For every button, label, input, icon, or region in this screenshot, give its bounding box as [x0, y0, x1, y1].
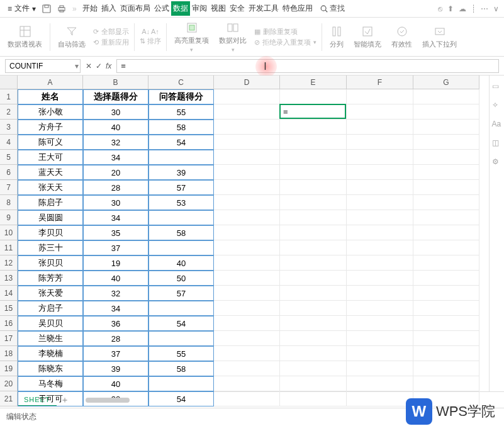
cell-F8[interactable]	[347, 195, 413, 210]
cell-A16[interactable]: 吴贝贝	[18, 316, 83, 331]
row-header-1[interactable]: 1	[0, 89, 18, 104]
row-header-16[interactable]: 16	[0, 316, 18, 331]
cell-E9[interactable]	[280, 210, 347, 225]
cell-C18[interactable]: 55	[148, 346, 214, 361]
tab-数据[interactable]: 数据	[171, 1, 190, 16]
row-header-6[interactable]: 6	[0, 165, 18, 180]
cell-D4[interactable]	[214, 135, 280, 150]
cell-E8[interactable]	[280, 195, 347, 210]
cell-E13[interactable]	[280, 271, 347, 286]
sort-button[interactable]: ⇅ 排序	[140, 36, 161, 46]
cell-A4[interactable]: 陈可义	[18, 135, 83, 150]
row-header-7[interactable]: 7	[0, 180, 18, 195]
cell-A3[interactable]: 方舟子	[18, 120, 83, 135]
cell-E4[interactable]	[280, 135, 347, 150]
tab-页面布局[interactable]: 页面布局	[118, 1, 152, 16]
col-header-F[interactable]: F	[347, 76, 413, 89]
file-menu[interactable]: ≡ 文件 ▾	[5, 2, 38, 15]
cell-F20[interactable]	[347, 376, 413, 391]
cell-C12[interactable]: 40	[148, 255, 214, 271]
tab-审阅[interactable]: 审阅	[190, 1, 209, 16]
cell-C5[interactable]	[148, 150, 214, 165]
cell-C2[interactable]: 55	[148, 104, 214, 120]
cell-B12[interactable]: 19	[83, 255, 148, 271]
cell-B20[interactable]: 40	[83, 376, 148, 391]
col-header-B[interactable]: B	[83, 76, 148, 89]
cell-F17[interactable]	[347, 331, 413, 346]
cell-G17[interactable]	[413, 331, 479, 346]
cell-E20[interactable]	[280, 376, 347, 391]
cell-B17[interactable]: 28	[83, 331, 148, 346]
cell-D20[interactable]	[214, 376, 280, 391]
cell-D5[interactable]	[214, 150, 280, 165]
cell-F12[interactable]	[347, 255, 413, 271]
col-header-A[interactable]: A	[18, 76, 83, 89]
cell-B9[interactable]: 34	[83, 210, 148, 225]
cell-G15[interactable]	[413, 301, 479, 316]
cell-G5[interactable]	[413, 150, 479, 165]
row-header-12[interactable]: 12	[0, 255, 18, 271]
cell-C3[interactable]: 58	[148, 120, 214, 135]
row-header-8[interactable]: 8	[0, 195, 18, 210]
cell-A8[interactable]: 陈启子	[18, 195, 83, 210]
cell-F2[interactable]	[347, 104, 413, 120]
cell-E17[interactable]	[280, 331, 347, 346]
row-header-19[interactable]: 19	[0, 361, 18, 376]
cell-C16[interactable]: 54	[148, 316, 214, 331]
cell-C6[interactable]: 39	[148, 165, 214, 180]
cell-E3[interactable]	[280, 120, 347, 135]
row-header-3[interactable]: 3	[0, 120, 18, 135]
cell-C14[interactable]: 57	[148, 286, 214, 301]
cell-A14[interactable]: 张天爱	[18, 286, 83, 301]
cell-D12[interactable]	[214, 255, 280, 271]
cell-A7[interactable]: 张天天	[18, 180, 83, 195]
side-settings-icon[interactable]: ⚙	[492, 157, 502, 167]
cell-F6[interactable]	[347, 165, 413, 180]
cell-A12[interactable]: 张贝贝	[18, 255, 83, 271]
cell-G13[interactable]	[413, 271, 479, 286]
cell-E5[interactable]	[280, 150, 347, 165]
cell-B2[interactable]: 30	[83, 104, 148, 120]
cell-F18[interactable]	[347, 346, 413, 361]
tab-特色应用[interactable]: 特色应用	[281, 1, 315, 16]
cell-B3[interactable]: 40	[83, 120, 148, 135]
cell-F19[interactable]	[347, 361, 413, 376]
cell-F13[interactable]	[347, 271, 413, 286]
name-box[interactable]: COUNTIF ▾	[5, 59, 81, 73]
row-header-14[interactable]: 14	[0, 286, 18, 301]
cell-F15[interactable]	[347, 301, 413, 316]
cell-D18[interactable]	[214, 346, 280, 361]
cell-F9[interactable]	[347, 210, 413, 225]
row-header-5[interactable]: 5	[0, 150, 18, 165]
cell-D3[interactable]	[214, 120, 280, 135]
cell-A19[interactable]: 陈晓东	[18, 361, 83, 376]
cell-D17[interactable]	[214, 331, 280, 346]
cell-F7[interactable]	[347, 180, 413, 195]
formula-input[interactable]: = I	[116, 59, 499, 73]
reapply-button[interactable]: ⟲ 重新应用	[93, 38, 129, 47]
delete-duplicates-button[interactable]: ▦ 删除重复项	[254, 27, 316, 36]
cell-G18[interactable]	[413, 346, 479, 361]
save-icon[interactable]	[40, 2, 53, 16]
cell-G9[interactable]	[413, 210, 479, 225]
cell-A9[interactable]: 吴圆圆	[18, 210, 83, 225]
cell-A2[interactable]: 张小敬	[18, 104, 83, 120]
cell-A10[interactable]: 李贝贝	[18, 225, 83, 240]
cell-A15[interactable]: 方启子	[18, 301, 83, 316]
row-header-4[interactable]: 4	[0, 135, 18, 150]
cell-C4[interactable]: 54	[148, 135, 214, 150]
cell-G4[interactable]	[413, 135, 479, 150]
cell-C11[interactable]	[148, 240, 214, 255]
share-icon[interactable]: ⎋	[438, 4, 442, 13]
cell-F16[interactable]	[347, 316, 413, 331]
side-sparkle-icon[interactable]: ✧	[492, 101, 502, 111]
more-icon[interactable]: ⋯	[481, 4, 488, 13]
cell-G14[interactable]	[413, 286, 479, 301]
col-header-E[interactable]: E	[280, 76, 347, 89]
cell-C15[interactable]	[148, 301, 214, 316]
sort-asc-icon[interactable]: A↓	[142, 28, 150, 35]
cell-D19[interactable]	[214, 361, 280, 376]
cell-E11[interactable]	[280, 240, 347, 255]
cell-D10[interactable]	[214, 225, 280, 240]
row-header-17[interactable]: 17	[0, 331, 18, 346]
